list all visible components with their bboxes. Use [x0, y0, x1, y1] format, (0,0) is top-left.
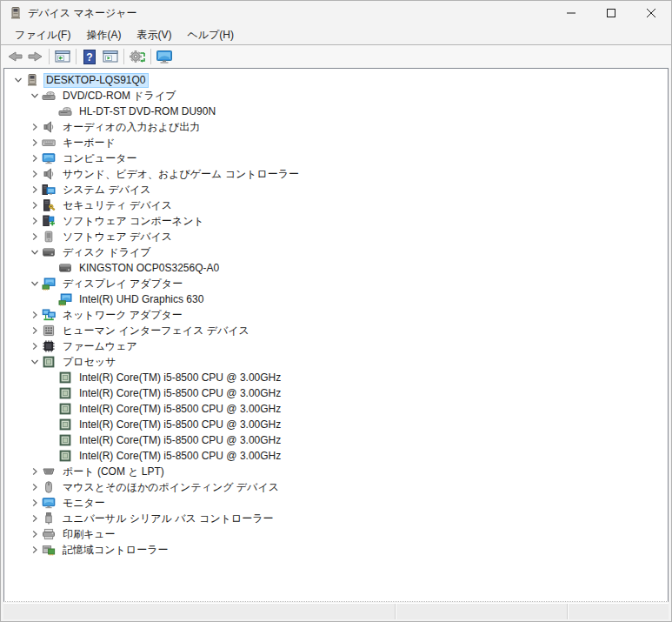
tree-item-label[interactable]: ヒューマン インターフェイス デバイス	[60, 324, 252, 338]
tree-row[interactable]: サウンド、ビデオ、およびゲーム コントローラー	[4, 166, 668, 182]
chevron-right-icon[interactable]	[28, 543, 41, 557]
tree-row[interactable]: プロセッサ	[4, 354, 668, 370]
console-tree-button[interactable]	[52, 47, 73, 66]
tree-item-label[interactable]: 印刷キュー	[60, 528, 118, 541]
chevron-right-icon[interactable]	[28, 120, 41, 134]
tree-item-label[interactable]: キーボード	[60, 137, 118, 150]
tree-item-label[interactable]: ディスク ドライブ	[60, 246, 154, 259]
chevron-down-icon[interactable]	[28, 277, 41, 291]
tree-item-label[interactable]: ソフトウェア コンポーネント	[60, 215, 207, 228]
chevron-right-icon[interactable]	[28, 198, 41, 212]
tree-row[interactable]: DVD/CD-ROM ドライブ	[4, 88, 668, 104]
tree-item-label[interactable]: DESKTOP-LQS91Q0	[43, 73, 149, 88]
tree-row[interactable]: DESKTOP-LQS91Q0	[4, 72, 668, 88]
tree-row[interactable]: ネットワーク アダプター	[4, 307, 668, 323]
tree-row[interactable]: コンピューター	[4, 150, 668, 166]
chevron-down-icon[interactable]	[28, 245, 41, 259]
tree-item-label[interactable]: HL-DT-ST DVD-ROM DU90N	[77, 105, 218, 118]
menu-action[interactable]: 操作(A)	[78, 26, 129, 43]
chevron-right-icon[interactable]	[28, 480, 41, 494]
action-pane-button[interactable]	[100, 47, 121, 66]
scan-hardware-button[interactable]	[127, 47, 148, 66]
chevron-right-icon[interactable]	[28, 324, 41, 338]
tree-row[interactable]: セキュリティ デバイス	[4, 197, 668, 213]
chevron-right-icon[interactable]	[28, 167, 41, 181]
tree-row[interactable]: マウスとそのほかのポインティング デバイス	[4, 479, 668, 495]
tree-item-label[interactable]: Intel(R) UHD Graphics 630	[77, 293, 206, 306]
tree-row[interactable]: KINGSTON OCP0S3256Q-A0	[4, 260, 668, 276]
tree-row[interactable]: ディスク ドライブ	[4, 244, 668, 260]
device-view-button[interactable]	[154, 47, 175, 66]
chevron-right-icon[interactable]	[28, 512, 41, 525]
chevron-right-icon[interactable]	[28, 214, 41, 228]
back-button[interactable]	[4, 47, 25, 66]
tree-item-label[interactable]: ユニバーサル シリアル バス コントローラー	[60, 512, 276, 525]
tree-item-label[interactable]: Intel(R) Core(TM) i5-8500 CPU @ 3.00GHz	[77, 371, 283, 385]
tree-row[interactable]: ファームウェア	[4, 338, 668, 354]
maximize-button[interactable]	[591, 1, 631, 25]
tree-row[interactable]: ソフトウェア コンポーネント	[4, 213, 668, 229]
tree-item-label[interactable]: オーディオの入力および出力	[60, 121, 203, 134]
tree-item-label[interactable]: Intel(R) Core(TM) i5-8500 CPU @ 3.00GHz	[77, 387, 283, 400]
tree-item-label[interactable]: KINGSTON OCP0S3256Q-A0	[77, 262, 222, 275]
forward-button[interactable]	[25, 47, 46, 66]
chevron-right-icon[interactable]	[28, 527, 41, 541]
close-button[interactable]	[631, 1, 671, 25]
tree-item-label[interactable]: ファームウェア	[60, 340, 140, 353]
tree-item-label[interactable]: セキュリティ デバイス	[60, 199, 175, 212]
tree-item-label[interactable]: サウンド、ビデオ、およびゲーム コントローラー	[60, 168, 302, 181]
tree-item-label[interactable]: Intel(R) Core(TM) i5-8500 CPU @ 3.00GHz	[77, 450, 283, 463]
tree-row[interactable]: Intel(R) Core(TM) i5-8500 CPU @ 3.00GHz	[4, 401, 668, 417]
chevron-right-icon[interactable]	[28, 183, 41, 197]
chevron-right-icon[interactable]	[28, 136, 41, 150]
menu-view[interactable]: 表示(V)	[129, 26, 179, 43]
tree-item-label[interactable]: Intel(R) Core(TM) i5-8500 CPU @ 3.00GHz	[77, 434, 283, 447]
tree-row[interactable]: キーボード	[4, 135, 668, 150]
tree-item-label[interactable]: ソフトウェア デバイス	[60, 231, 175, 244]
tree-row[interactable]: 印刷キュー	[4, 526, 668, 542]
chevron-right-icon[interactable]	[28, 230, 41, 244]
tree-row[interactable]: Intel(R) Core(TM) i5-8500 CPU @ 3.00GHz	[4, 385, 668, 401]
tree-row[interactable]: Intel(R) Core(TM) i5-8500 CPU @ 3.00GHz	[4, 417, 668, 432]
tree-row[interactable]: HL-DT-ST DVD-ROM DU90N	[4, 104, 668, 119]
chevron-down-icon[interactable]	[28, 89, 41, 103]
tree-item-label[interactable]: Intel(R) Core(TM) i5-8500 CPU @ 3.00GHz	[77, 403, 283, 416]
tree-item-label[interactable]: システム デバイス	[60, 184, 154, 197]
tree-row[interactable]: ディスプレイ アダプター	[4, 276, 668, 291]
chevron-right-icon[interactable]	[28, 465, 41, 478]
chevron-down-icon[interactable]	[11, 73, 24, 87]
tree-item-label[interactable]: マウスとそのほかのポインティング デバイス	[60, 481, 282, 494]
chevron-right-icon[interactable]	[28, 308, 41, 322]
tree-item-label[interactable]: ポート (COM と LPT)	[60, 465, 167, 478]
tree-row[interactable]: モニター	[4, 495, 668, 511]
tree-item-label[interactable]: プロセッサ	[60, 356, 118, 369]
chevron-right-icon[interactable]	[28, 339, 41, 353]
tree-row[interactable]: ユニバーサル シリアル バス コントローラー	[4, 511, 668, 526]
tree-item-label[interactable]: DVD/CD-ROM ドライブ	[60, 90, 178, 103]
menu-file[interactable]: ファイル(F)	[7, 26, 78, 43]
chevron-placeholder	[44, 402, 57, 416]
tree-row[interactable]: システム デバイス	[4, 182, 668, 197]
tree-row[interactable]: ポート (COM と LPT)	[4, 464, 668, 479]
chevron-down-icon[interactable]	[28, 355, 41, 369]
tree-item-label[interactable]: モニター	[60, 497, 108, 510]
tree-item-label[interactable]: ディスプレイ アダプター	[60, 278, 185, 291]
tree-row[interactable]: ソフトウェア デバイス	[4, 229, 668, 244]
tree-row[interactable]: Intel(R) Core(TM) i5-8500 CPU @ 3.00GHz	[4, 432, 668, 448]
tree-item-label[interactable]: コンピューター	[60, 152, 139, 165]
chevron-right-icon[interactable]	[28, 151, 41, 165]
chevron-right-icon[interactable]	[28, 496, 41, 510]
tree-row[interactable]: オーディオの入力および出力	[4, 119, 668, 135]
tree-row[interactable]: Intel(R) Core(TM) i5-8500 CPU @ 3.00GHz	[4, 370, 668, 385]
tree-item-label[interactable]: Intel(R) Core(TM) i5-8500 CPU @ 3.00GHz	[77, 418, 283, 431]
tree-item-label[interactable]: ネットワーク アダプター	[60, 309, 185, 322]
minimize-button[interactable]	[551, 1, 591, 25]
tree-row[interactable]: 記憶域コントローラー	[4, 542, 668, 558]
action-pane-icon	[103, 50, 118, 64]
menu-help[interactable]: ヘルプ(H)	[179, 26, 242, 43]
tree-item-label[interactable]: 記憶域コントローラー	[60, 544, 170, 557]
tree-row[interactable]: Intel(R) UHD Graphics 630	[4, 291, 668, 307]
tree-row[interactable]: ヒューマン インターフェイス デバイス	[4, 323, 668, 338]
tree-row[interactable]: Intel(R) Core(TM) i5-8500 CPU @ 3.00GHz	[4, 448, 668, 464]
help-button[interactable]: ?	[79, 47, 100, 66]
